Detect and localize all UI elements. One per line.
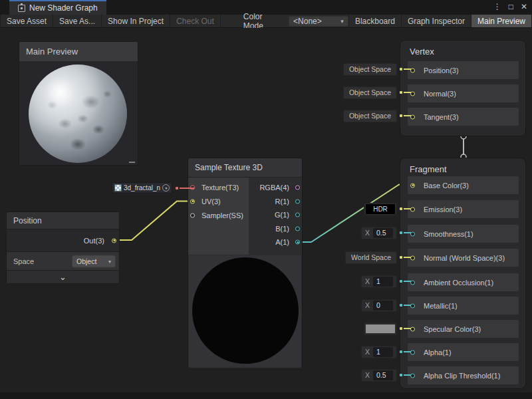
save-asset-button[interactable]: Save Asset (0, 15, 53, 27)
sample-texture-3d-node[interactable]: Sample Texture 3D Texture(T3) UV(3) Samp… (188, 158, 303, 369)
emission-input-port[interactable] (410, 207, 415, 211)
normal-space-chip: Object Space (343, 86, 411, 99)
position-out-row: Out(3) (7, 229, 119, 252)
graph-inspector-toggle-button[interactable]: Graph Inspector (402, 15, 471, 27)
alpha-clip-value-input[interactable]: 0.5 (373, 370, 393, 380)
wire-position-to-uv (116, 201, 190, 241)
fragment-node-title: Fragment (400, 158, 525, 174)
vertex-row-position[interactable]: Position(3) (408, 61, 519, 79)
fragment-row-ambient-occlusion[interactable]: Ambient Occlusion(1) (408, 273, 519, 291)
smoothness-input-port[interactable] (410, 231, 415, 236)
position-input-port[interactable] (410, 68, 415, 72)
alpha-value-widget[interactable]: X1 (361, 345, 411, 358)
input-sampler: Sampler(SS) (188, 208, 249, 222)
fragment-row-metallic[interactable]: Metallic(1) (408, 297, 519, 315)
normal-input-port[interactable] (410, 91, 415, 96)
position-space-chip: Object Space (343, 63, 411, 76)
sample-texture-3d-title[interactable]: Sample Texture 3D (188, 158, 302, 178)
close-icon[interactable]: ✕ (521, 2, 527, 11)
alpha-input-port[interactable] (410, 350, 415, 354)
vertex-node[interactable]: Vertex Position(3) Normal(3) Tangent(3) (400, 40, 526, 136)
ambient-occlusion-input-port[interactable] (410, 280, 415, 285)
base-color-input-port[interactable] (410, 183, 415, 188)
out-output-port[interactable] (112, 238, 116, 243)
sample-output-column: RGBA(4) R(1) G(1) B(1) (249, 178, 302, 255)
main-preview-body (19, 61, 138, 165)
space-dropdown[interactable]: Object ▾ (72, 255, 116, 267)
resize-handle[interactable] (129, 162, 135, 163)
alpha-clip-input-port[interactable] (410, 373, 415, 378)
chevron-down-icon: ▾ (108, 258, 111, 264)
color-mode-value: <None> (293, 17, 322, 26)
output-rgba: RGBA(4) (249, 181, 302, 195)
texture-object-field[interactable]: 3d_fractal_n (112, 182, 172, 194)
smoothness-value-widget[interactable]: X0.5 (361, 226, 411, 239)
alpha-clip-value-widget[interactable]: X0.5 (361, 368, 411, 382)
output-b: B(1) (249, 222, 302, 236)
metallic-value-widget[interactable]: X0 (361, 299, 411, 312)
tab-new-shader-graph[interactable]: New Shader Graph (9, 0, 106, 15)
preview-sphere-render (29, 65, 127, 163)
sampler-input-port[interactable] (190, 213, 195, 217)
alpha-value-input[interactable]: 1 (373, 347, 393, 357)
smoothness-value-input[interactable]: 0.5 (373, 228, 393, 238)
vertex-row-tangent[interactable]: Tangent(3) (408, 108, 519, 126)
g-output-port[interactable] (295, 213, 300, 217)
graph-toolbar: Save Asset Save As... Show In Project Ch… (0, 15, 532, 28)
position-node[interactable]: Position Out(3) Space Object ▾ ⌄ (6, 211, 120, 284)
texture-name: 3d_fractal_n (124, 184, 160, 192)
sample-preview-sphere (192, 257, 299, 364)
input-uv: UV(3) (188, 194, 249, 208)
fragment-row-normal-ws[interactable]: Normal (World Space)(3) (408, 249, 519, 267)
position-space-row: Space Object ▾ (7, 252, 119, 271)
shader-graph-icon (18, 5, 25, 12)
specular-color-input-port[interactable] (410, 327, 415, 331)
tangent-space-chip: Object Space (343, 109, 411, 122)
blackboard-toggle-button[interactable]: Blackboard (348, 15, 402, 27)
metallic-input-port[interactable] (410, 303, 415, 308)
show-in-project-button[interactable]: Show In Project (102, 15, 170, 27)
specular-color-swatch[interactable] (366, 325, 395, 333)
r-output-port[interactable] (295, 199, 300, 203)
b-output-port[interactable] (295, 226, 300, 231)
fragment-node[interactable]: Fragment Base Color(3) Emission(3) Smoot… (400, 158, 526, 389)
maximize-icon[interactable]: □ (509, 2, 513, 11)
color-mode-label: Color Mode (238, 15, 289, 27)
specular-color-widget[interactable] (364, 322, 411, 335)
fragment-row-specular-color[interactable]: Specular Color(3) (408, 320, 519, 338)
tangent-input-port[interactable] (410, 114, 415, 119)
fragment-row-emission[interactable]: Emission(3) (408, 200, 519, 218)
object-picker-icon[interactable] (162, 184, 170, 192)
shader-graph-window: New Shader Graph ⋮ □ ✕ Save Asset Save A… (0, 0, 532, 399)
color-mode-dropdown[interactable]: <None> ▾ (289, 16, 348, 27)
ambient-occlusion-value-widget[interactable]: X1 (361, 275, 411, 288)
main-preview-title[interactable]: Main Preview (19, 42, 138, 61)
output-a: A(1) (249, 235, 302, 249)
main-preview-panel[interactable]: Main Preview (19, 41, 138, 166)
uv-input-port[interactable] (190, 199, 195, 203)
sample-input-column: Texture(T3) UV(3) Sampler(SS) (188, 178, 249, 255)
fragment-row-base-color[interactable]: Base Color(3) (408, 176, 519, 194)
position-node-title[interactable]: Position (7, 212, 119, 229)
hdr-color-field[interactable]: HDR (366, 204, 395, 214)
collapse-preview-chevron[interactable]: ⌄ (7, 271, 119, 283)
texture-thumbnail-icon (114, 184, 122, 192)
fragment-row-alpha-clip[interactable]: Alpha Clip Threshold(1) (408, 366, 519, 384)
main-preview-toggle-button[interactable]: Main Preview (471, 15, 532, 27)
normal-ws-input-port[interactable] (410, 255, 415, 260)
vertex-node-title: Vertex (400, 41, 525, 57)
save-as-button[interactable]: Save As... (53, 15, 102, 27)
graph-canvas[interactable]: Main Preview Vertex Position(3) Normal(3… (0, 28, 532, 392)
window-menu-icon[interactable]: ⋮ (493, 2, 501, 11)
metallic-value-input[interactable]: 0 (373, 301, 393, 311)
fragment-row-smoothness[interactable]: Smoothness(1) (408, 225, 519, 243)
ambient-occlusion-value-input[interactable]: 1 (373, 277, 393, 287)
vertex-row-normal[interactable]: Normal(3) (408, 84, 519, 102)
rgba-output-port[interactable] (295, 186, 300, 190)
check-out-button: Check Out (170, 15, 221, 27)
emission-hdr-widget[interactable]: HDR (364, 202, 411, 215)
window-controls: ⋮ □ ✕ (493, 0, 527, 13)
a-output-port[interactable] (295, 240, 300, 245)
fragment-row-alpha[interactable]: Alpha(1) (408, 343, 519, 361)
chevron-down-icon: ▾ (340, 18, 344, 25)
